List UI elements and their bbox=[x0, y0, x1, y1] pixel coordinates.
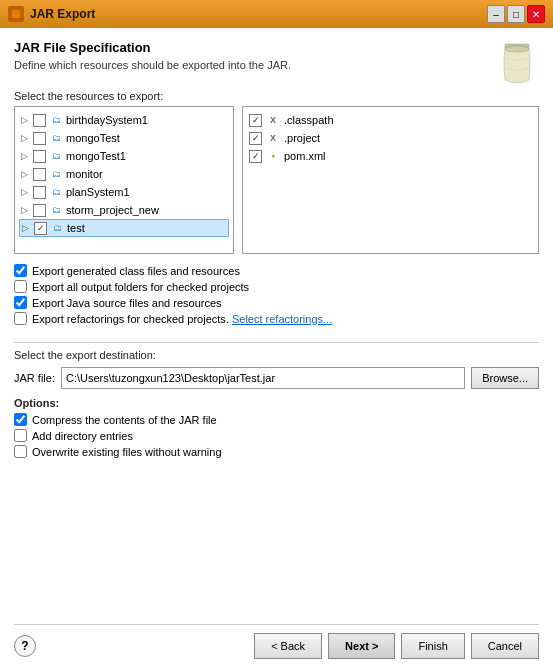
separator-1 bbox=[14, 342, 539, 343]
export-java-source-row: Export Java source files and resources bbox=[14, 296, 539, 309]
export-java-source-checkbox[interactable] bbox=[14, 296, 27, 309]
compress-contents-label: Compress the contents of the JAR file bbox=[32, 414, 217, 426]
overwrite-existing-label: Overwrite existing files without warning bbox=[32, 446, 222, 458]
jar-file-label: JAR file: bbox=[14, 372, 55, 384]
tree-item-project[interactable]: X .project bbox=[247, 129, 534, 147]
left-tree-box: ▷ 🗂 birthdaySystem1 ▷ 🗂 mongoTest ▷ 🗂 mo… bbox=[14, 106, 234, 254]
add-directory-entries-checkbox[interactable] bbox=[14, 429, 27, 442]
tree-item[interactable]: ▷ 🗂 storm_project_new bbox=[19, 201, 229, 219]
compress-contents-checkbox[interactable] bbox=[14, 413, 27, 426]
export-class-files-row: Export generated class files and resourc… bbox=[14, 264, 539, 277]
page-description: Define which resources should be exporte… bbox=[14, 59, 495, 71]
help-button[interactable]: ? bbox=[14, 635, 36, 657]
export-output-folders-label: Export all output folders for checked pr… bbox=[32, 281, 249, 293]
browse-button[interactable]: Browse... bbox=[471, 367, 539, 389]
export-class-files-checkbox[interactable] bbox=[14, 264, 27, 277]
jar-file-input[interactable] bbox=[61, 367, 465, 389]
overwrite-existing-checkbox[interactable] bbox=[14, 445, 27, 458]
export-java-source-label: Export Java source files and resources bbox=[32, 297, 222, 309]
jar-file-row: JAR file: Browse... bbox=[14, 367, 539, 389]
export-output-folders-row: Export all output folders for checked pr… bbox=[14, 280, 539, 293]
options-label: Options: bbox=[14, 397, 539, 409]
title-bar: JAR Export – □ ✕ bbox=[0, 0, 553, 28]
close-button[interactable]: ✕ bbox=[527, 5, 545, 23]
next-button[interactable]: Next > bbox=[328, 633, 395, 659]
export-output-folders-checkbox[interactable] bbox=[14, 280, 27, 293]
jar-icon bbox=[495, 40, 539, 90]
app-icon bbox=[8, 6, 24, 22]
tree-item-test[interactable]: ▷ 🗂 test bbox=[19, 219, 229, 237]
tree-item[interactable]: ▷ 🗂 birthdaySystem1 bbox=[19, 111, 229, 129]
back-button[interactable]: < Back bbox=[254, 633, 322, 659]
tree-item-classpath[interactable]: X .classpath bbox=[247, 111, 534, 129]
bottom-bar: ? < Back Next > Finish Cancel bbox=[14, 624, 539, 659]
export-refactorings-label: Export refactorings for checked projects… bbox=[32, 313, 229, 325]
add-directory-entries-row: Add directory entries bbox=[14, 429, 539, 442]
navigation-buttons: < Back Next > Finish Cancel bbox=[254, 633, 539, 659]
maximize-button[interactable]: □ bbox=[507, 5, 525, 23]
add-directory-entries-label: Add directory entries bbox=[32, 430, 133, 442]
cancel-button[interactable]: Cancel bbox=[471, 633, 539, 659]
export-refactorings-checkbox[interactable] bbox=[14, 312, 27, 325]
svg-rect-1 bbox=[12, 10, 20, 18]
tree-item[interactable]: ▷ 🗂 mongoTest1 bbox=[19, 147, 229, 165]
tree-item[interactable]: ▷ 🗂 monitor bbox=[19, 165, 229, 183]
export-refactorings-row: Export refactorings for checked projects… bbox=[14, 312, 539, 325]
minimize-button[interactable]: – bbox=[487, 5, 505, 23]
compress-contents-row: Compress the contents of the JAR file bbox=[14, 413, 539, 426]
window-title: JAR Export bbox=[30, 7, 95, 21]
tree-item[interactable]: ▷ 🗂 planSystem1 bbox=[19, 183, 229, 201]
destination-label: Select the export destination: bbox=[14, 349, 539, 361]
select-refactorings-link[interactable]: Select refactorings... bbox=[232, 313, 332, 325]
window-controls: – □ ✕ bbox=[487, 5, 545, 23]
resources-label: Select the resources to export: bbox=[14, 90, 539, 102]
right-tree-box: X .classpath X .project ▪ pom.xml bbox=[242, 106, 539, 254]
finish-button[interactable]: Finish bbox=[401, 633, 464, 659]
page-title: JAR File Specification bbox=[14, 40, 495, 55]
svg-point-4 bbox=[505, 46, 529, 52]
tree-item[interactable]: ▷ 🗂 mongoTest bbox=[19, 129, 229, 147]
export-class-files-label: Export generated class files and resourc… bbox=[32, 265, 240, 277]
overwrite-existing-row: Overwrite existing files without warning bbox=[14, 445, 539, 458]
tree-item-pomxml[interactable]: ▪ pom.xml bbox=[247, 147, 534, 165]
